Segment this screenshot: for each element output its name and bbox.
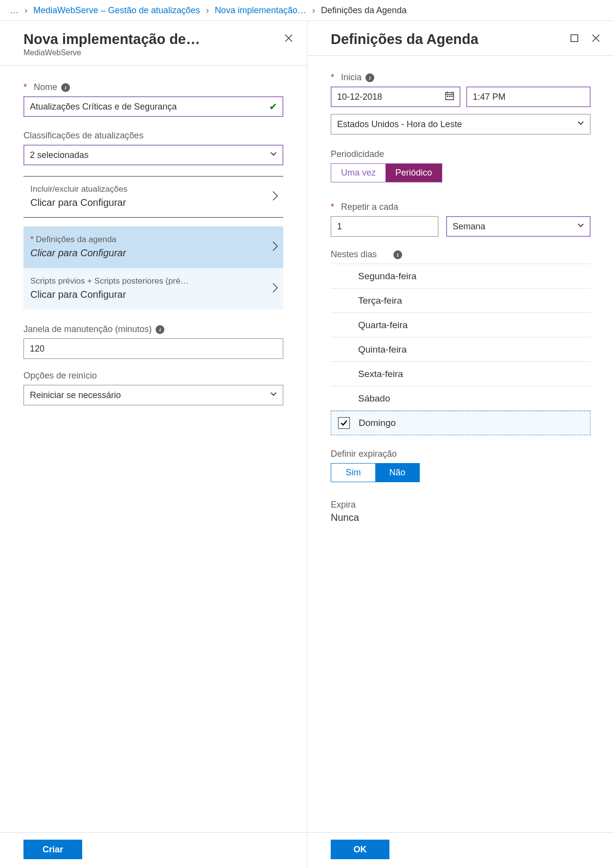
scripts-row[interactable]: Scripts prévios + Scripts posteriores (p… (23, 268, 283, 310)
svg-rect-1 (447, 96, 449, 97)
create-button[interactable]: Criar (23, 840, 82, 859)
day-label: Sexta-feira (358, 369, 403, 379)
svg-rect-0 (571, 35, 578, 42)
breadcrumb-item-0[interactable]: MediaWebServe – Gestão de atualizações (33, 5, 200, 16)
periodicity-recurring[interactable]: Periódico (386, 164, 442, 182)
day-row-6[interactable]: Domingo (331, 411, 591, 435)
info-icon[interactable]: i (156, 325, 164, 334)
chevron-right-icon: › (206, 5, 209, 16)
day-label: Sábado (358, 393, 390, 404)
restart-label: Opções de reinício (23, 371, 283, 381)
day-row-4[interactable]: Sexta-feira (331, 362, 591, 386)
chevron-down-icon (269, 150, 278, 161)
info-icon[interactable]: i (393, 250, 402, 259)
chevron-down-icon (576, 119, 585, 130)
days-list: Segunda-feiraTerça-feiraQuarta-feiraQuin… (331, 264, 591, 435)
panel-deployment: Nova implementação de… MediaWebServe *No… (0, 21, 307, 868)
maintenance-input[interactable]: 120 (23, 338, 283, 359)
day-row-1[interactable]: Terça-feira (331, 289, 591, 313)
breadcrumb-ellipsis[interactable]: … (10, 5, 19, 16)
day-row-5[interactable]: Sábado (331, 386, 591, 411)
start-label: *Iniciai (331, 72, 591, 83)
chevron-right-icon (272, 240, 278, 254)
recur-every-input[interactable]: 1 (331, 216, 438, 237)
day-label: Quinta-feira (358, 344, 407, 355)
chevron-right-icon: › (312, 5, 315, 16)
expires-value: Nunca (331, 512, 591, 523)
chevron-down-icon (576, 221, 585, 232)
day-row-3[interactable]: Quinta-feira (331, 337, 591, 362)
ok-button[interactable]: OK (331, 840, 389, 859)
chevron-right-icon (272, 282, 278, 296)
maintenance-label: Janela de manutenção (minutos)i (23, 324, 283, 334)
expire-yes[interactable]: Sim (331, 464, 375, 482)
expire-no[interactable]: Não (375, 464, 419, 482)
expires-field-label: Expira (331, 500, 591, 510)
info-icon[interactable]: i (61, 83, 70, 92)
panel-deployment-subtitle: MediaWebServe (23, 48, 200, 57)
days-label: Nestes dias i (331, 249, 591, 260)
name-label: *Nomei (23, 82, 283, 92)
name-input[interactable]: Atualizações Críticas e de Segurança (23, 96, 283, 117)
svg-rect-3 (452, 96, 453, 97)
expire-label: Definir expiração (331, 449, 591, 459)
maximize-icon[interactable] (568, 32, 581, 45)
schedule-settings-row[interactable]: Definições da agenda Clicar para Configu… (23, 226, 283, 268)
restart-dropdown[interactable]: Reiniciar se necessário (23, 385, 283, 405)
day-label: Quarta-feira (358, 320, 408, 331)
start-date-input[interactable]: 10-12-2018 (331, 87, 460, 107)
day-label: Terça-feira (358, 295, 402, 306)
breadcrumb: … › MediaWebServe – Gestão de atualizaçõ… (0, 0, 614, 21)
day-row-2[interactable]: Quarta-feira (331, 313, 591, 337)
checkbox-icon (338, 417, 350, 429)
recur-label: *Repetir a cada (331, 202, 591, 212)
classifications-dropdown[interactable]: 2 selecionadas (23, 145, 283, 165)
periodicity-toggle: Uma vez Periódico (331, 163, 442, 182)
panel-schedule-title: Definições da Agenda (331, 31, 478, 47)
expire-toggle: Sim Não (331, 463, 420, 482)
recur-unit-dropdown[interactable]: Semana (446, 216, 591, 237)
periodicity-once[interactable]: Uma vez (331, 164, 386, 182)
check-icon: ✔ (269, 101, 277, 112)
chevron-down-icon (269, 390, 278, 401)
breadcrumb-item-2: Definições da Agenda (321, 5, 407, 16)
day-label: Domingo (359, 418, 396, 428)
chevron-right-icon: › (24, 5, 27, 16)
info-icon[interactable]: i (365, 73, 374, 82)
breadcrumb-item-1[interactable]: Nova implementação… (215, 5, 306, 16)
classifications-label: Classificações de atualizações (23, 131, 283, 141)
periodicity-label: Periodicidade (331, 149, 591, 159)
close-icon[interactable] (282, 32, 295, 45)
close-icon[interactable] (590, 32, 602, 45)
day-row-0[interactable]: Segunda-feira (331, 264, 591, 289)
include-exclude-row[interactable]: Incluir/excluir atualizações Clicar para… (23, 176, 283, 218)
panel-deployment-title: Nova implementação de… (23, 31, 200, 47)
start-time-input[interactable]: 1:47 PM (466, 87, 591, 107)
svg-rect-2 (449, 96, 451, 97)
timezone-dropdown[interactable]: Estados Unidos - Hora do Leste (331, 114, 591, 134)
panel-schedule: Definições da Agenda *Iniciai 10-12-2018… (307, 21, 614, 868)
calendar-icon (444, 90, 455, 104)
chevron-right-icon (272, 190, 278, 204)
day-label: Segunda-feira (358, 271, 416, 282)
